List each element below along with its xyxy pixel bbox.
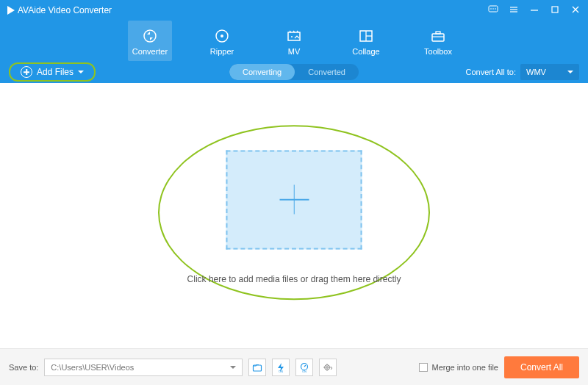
minimize-icon[interactable] [529,4,539,16]
hardware-accel-button[interactable]: ON [272,359,290,376]
drop-hint-text: Click here to add media files or drag th… [187,274,401,284]
logo-icon [7,6,15,15]
ripper-icon [214,28,230,44]
convert-status-toggle: Converting Converted [229,64,359,80]
svg-point-2 [492,8,494,10]
window-controls [488,4,581,16]
svg-point-3 [495,8,496,10]
toggle-converted[interactable]: Converted [295,64,359,80]
chevron-down-icon [567,71,573,73]
app-logo: AVAide Video Converter [7,5,112,15]
toolbar: Add Files Converting Converted Convert A… [0,61,588,83]
add-files-label: Add Files [37,67,74,77]
chevron-down-icon [78,71,84,73]
converter-icon [142,28,158,44]
format-value: WMV [526,68,546,76]
plus-icon [279,185,309,215]
svg-rect-19 [432,34,444,41]
convert-all-to-label: Convert All to: [466,68,516,76]
tab-converter[interactable]: Converter [128,21,172,61]
open-folder-button[interactable] [248,359,266,376]
tab-label: Collage [352,47,379,56]
dropzone[interactable] [226,150,362,249]
collage-icon [358,28,374,44]
settings-button[interactable] [319,359,337,376]
tab-mv[interactable]: MV [272,21,316,61]
tab-label: MV [288,47,301,56]
save-path-select[interactable]: C:\Users\USER\Videos [44,359,243,376]
toggle-converting[interactable]: Converting [229,64,295,80]
high-speed-button[interactable]: ON [295,359,313,376]
app-title: AVAide Video Converter [18,5,112,15]
tab-toolbox[interactable]: Toolbox [416,21,460,61]
close-icon[interactable] [570,4,581,16]
feedback-icon[interactable] [488,4,498,16]
tab-label: Converter [132,47,168,56]
add-files-button[interactable]: Add Files [9,62,96,82]
merge-checkbox[interactable]: Merge into one file [419,363,498,372]
tab-label: Toolbox [424,47,452,56]
main-area: Click here to add media files or drag th… [0,83,588,348]
maximize-icon[interactable] [550,4,560,16]
tab-collage[interactable]: Collage [344,21,388,61]
svg-point-13 [220,35,223,37]
svg-rect-8 [552,7,558,12]
svg-rect-14 [288,32,300,40]
plus-circle-icon [21,66,32,78]
tab-label: Ripper [210,47,234,56]
save-path-value: C:\Users\USER\Videos [51,363,134,372]
nav-tabs: Converter Ripper MV Collage Toolbox [0,21,588,61]
footer: Save to: C:\Users\USER\Videos ON ON Merg… [0,348,588,385]
mv-icon [286,28,302,44]
merge-label: Merge into one file [431,363,498,372]
svg-text:ON: ON [279,369,283,373]
titlebar: AVAide Video Converter [0,0,588,21]
convert-all-button[interactable]: Convert All [504,356,579,378]
toolbox-icon [430,28,446,44]
checkbox-icon [419,363,428,372]
svg-point-27 [326,366,329,368]
svg-rect-20 [436,32,440,34]
save-to-label: Save to: [9,363,38,372]
format-select[interactable]: WMV [520,64,579,80]
svg-point-26 [325,364,329,369]
svg-text:ON: ON [302,369,306,373]
convert-all-to: Convert All to: WMV [466,64,579,80]
chevron-down-icon [230,366,236,369]
header: AVAide Video Converter Conver [0,0,588,83]
menu-icon[interactable] [509,4,519,16]
svg-point-1 [490,8,492,10]
svg-point-15 [291,36,293,37]
tab-ripper[interactable]: Ripper [200,21,244,61]
